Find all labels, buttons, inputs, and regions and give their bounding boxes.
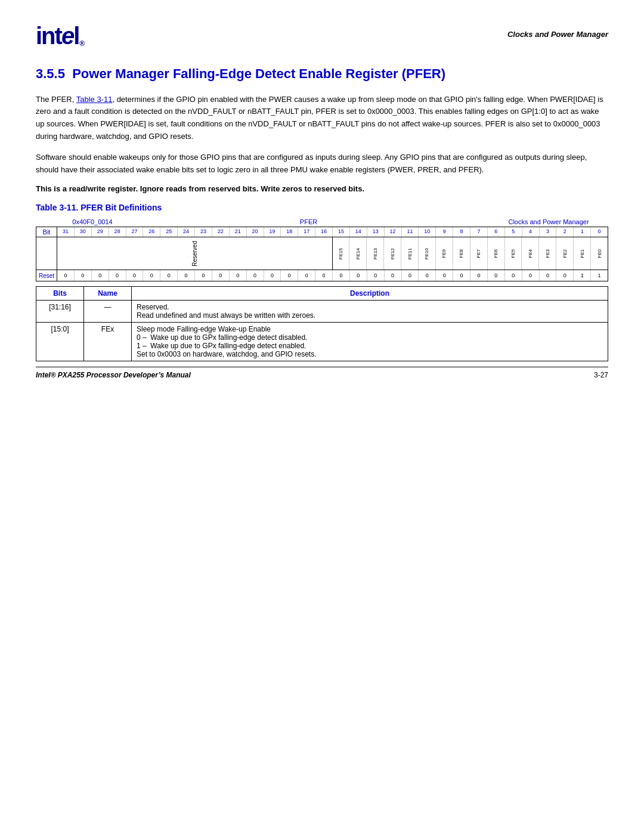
bit-num-2: 2 [556,227,574,237]
bit-row-header: Bit [36,227,57,237]
rv-14: 0 [350,270,367,281]
bit-numbers-cells: 31 30 29 28 27 26 25 24 23 22 21 20 19 1… [57,227,608,237]
fe13-cell: FE13 [367,237,384,270]
fe8-cell: FE8 [453,237,470,270]
page-header: int e l ® Clocks and Power Manager [36,24,608,48]
bit-num-31: 31 [57,227,75,237]
bit-num-22: 22 [212,227,230,237]
bit-num-16: 16 [315,227,333,237]
bit-num-10: 10 [419,227,436,237]
bit-register-table: Bit 31 30 29 28 27 26 25 24 23 22 21 20 … [36,227,608,281]
col-name-header: Name [84,287,132,301]
rv-23: 0 [195,270,212,281]
intel-logo: int e l ® [36,24,85,48]
section-title-text: Power Manager Falling-Edge Detect Enable… [72,66,445,81]
bit-num-19: 19 [264,227,281,237]
row1-desc: Reserved. Read undefined and must always… [132,301,608,323]
fe9-cell: FE9 [436,237,453,270]
bold-note: This is a read/write register. Ignore re… [36,184,608,193]
bit-num-29: 29 [92,227,109,237]
rv-0: 1 [591,270,608,281]
fe6-cell: FE6 [488,237,505,270]
table-row: [15:0] FEx Sleep mode Falling-edge Wake-… [36,323,608,361]
bit-num-12: 12 [385,227,402,237]
bit-numbers-row: Bit 31 30 29 28 27 26 25 24 23 22 21 20 … [36,227,608,237]
rv-12: 0 [385,270,402,281]
rv-22: 0 [212,270,230,281]
bit-num-20: 20 [247,227,264,237]
row2-name: FEx [84,323,132,361]
row2-bits: [15:0] [36,323,84,361]
rv-31: 0 [57,270,75,281]
rv-25: 0 [160,270,178,281]
rv-4: 0 [522,270,540,281]
reg-addr-label: 0x40F0_0014 [57,218,128,225]
rv-18: 0 [281,270,298,281]
fe4-cell: FE4 [522,237,539,270]
rv-11: 0 [402,270,419,281]
col-desc-header: Description [132,287,608,301]
bit-num-4: 4 [522,227,540,237]
reset-row-label: Reset [36,270,57,281]
footer-page-number: 3-27 [594,371,608,379]
rv-8: 0 [453,270,470,281]
rv-17: 0 [298,270,315,281]
reg-header-row: 0x40F0_0014 PFER Clocks and Power Manage… [36,218,608,225]
reg-name-label: PFER [128,218,489,225]
rv-7: 0 [470,270,488,281]
fe7-cell: FE7 [470,237,488,270]
rv-15: 0 [333,270,350,281]
table-ref-link: Table 3-11 [76,95,113,104]
bit-num-27: 27 [126,227,144,237]
reserved-label: Reserved [191,241,198,267]
bit-num-18: 18 [281,227,298,237]
footer-manual-title: Intel® PXA255 Processor Developer’s Manu… [36,371,191,379]
rv-2: 0 [556,270,574,281]
bit-num-21: 21 [230,227,247,237]
bit-num-6: 6 [488,227,505,237]
bit-num-26: 26 [143,227,160,237]
bit-num-9: 9 [436,227,453,237]
page-footer: Intel® PXA255 Processor Developer’s Manu… [36,367,608,379]
col-bits-header: Bits [36,287,84,301]
rv-30: 0 [75,270,92,281]
fe10-cell: FE10 [419,237,436,270]
row2-desc: Sleep mode Falling-edge Wake-up Enable 0… [132,323,608,361]
bit-num-5: 5 [505,227,522,237]
header-section-label: Clocks and Power Manager [507,24,608,39]
fe3-cell: FE3 [539,237,556,270]
bit-num-28: 28 [109,227,126,237]
fe-bits-group: FE15 FE14 FE13 FE12 FE11 FE10 FE9 FE8 FE… [333,237,608,270]
fe2-cell: FE2 [556,237,574,270]
bit-num-13: 13 [367,227,385,237]
reset-row: Reset 0 0 0 0 0 0 0 0 0 0 0 0 0 0 0 0 0 … [36,270,608,281]
bit-num-3: 3 [540,227,557,237]
rv-16: 0 [315,270,333,281]
bit-num-17: 17 [298,227,315,237]
row1-bits: [31:16] [36,301,84,323]
body-paragraph-1: The PFER, Table 3-11, determines if the … [36,94,608,143]
bit-content-row: Reserved FE15 FE14 FE13 FE12 FE11 FE10 F… [36,237,608,270]
reserved-bits-cell: Reserved [57,237,333,270]
row1-name: — [84,301,132,323]
rv-26: 0 [143,270,160,281]
fe1-cell: FE1 [574,237,591,270]
rv-21: 0 [230,270,247,281]
bit-num-7: 7 [470,227,488,237]
rv-3: 0 [540,270,557,281]
bit-content-row-label [36,237,57,270]
rv-28: 0 [109,270,126,281]
fe5-cell: FE5 [505,237,522,270]
bit-num-11: 11 [402,227,419,237]
bit-num-23: 23 [195,227,212,237]
rv-20: 0 [247,270,264,281]
bit-num-14: 14 [350,227,367,237]
rv-10: 0 [419,270,436,281]
section-number: 3.5.5 [36,66,65,81]
reg-clocks-label: Clocks and Power Manager [489,218,608,225]
bit-num-1: 1 [574,227,591,237]
fe15-cell: FE15 [333,237,350,270]
section-title: 3.5.5 Power Manager Falling-Edge Detect … [36,66,608,83]
fe11-cell: FE11 [401,237,419,270]
table-title: Table 3-11. PFER Bit Definitions [36,203,608,212]
